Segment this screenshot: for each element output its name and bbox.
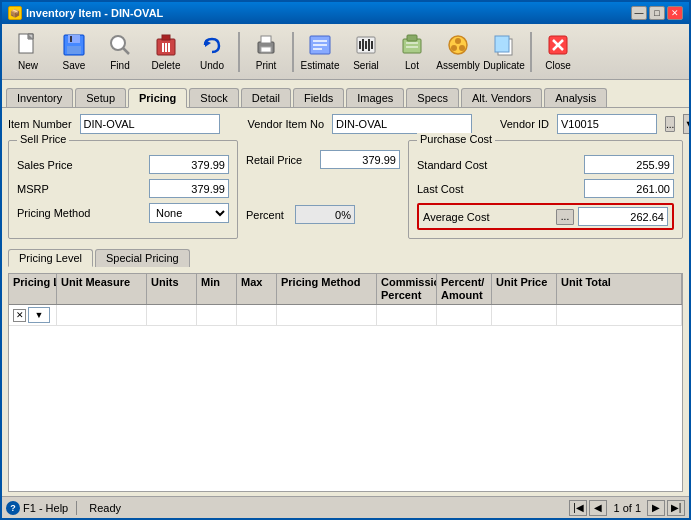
msrp-label: MSRP <box>17 183 87 195</box>
save-label: Save <box>63 60 86 71</box>
pricing-level-tab[interactable]: Pricing Level <box>8 249 93 267</box>
pricing-level-cell-controls: ✕ ▼ <box>13 307 50 323</box>
last-cost-label: Last Cost <box>417 183 487 195</box>
retail-price-label: Retail Price <box>246 154 316 166</box>
nav-first-button[interactable]: |◀ <box>569 500 587 516</box>
cell-max[interactable] <box>237 305 277 325</box>
save-button[interactable]: Save <box>52 28 96 76</box>
nav-prev-button[interactable]: ◀ <box>589 500 607 516</box>
vendor-id-lookup-button[interactable]: ... <box>665 116 675 132</box>
title-buttons: — □ ✕ <box>631 6 683 20</box>
item-number-input[interactable] <box>80 114 220 134</box>
status-bar: ? F1 - Help Ready |◀ ◀ 1 of 1 ▶ ▶| <box>2 496 689 518</box>
svg-rect-6 <box>70 36 72 42</box>
cell-pricing-method[interactable] <box>277 305 377 325</box>
status-divider <box>76 501 77 515</box>
nav-next-button[interactable]: ▶ <box>647 500 665 516</box>
svg-rect-16 <box>261 36 271 43</box>
find-button[interactable]: Find <box>98 28 142 76</box>
pricing-method-label: Pricing Method <box>17 207 90 219</box>
main-window: 📦 Inventory Item - DIN-OVAL — □ ✕ New Sa… <box>0 0 691 520</box>
header-unit-measure: Unit Measure <box>57 274 147 304</box>
main-content: Item Number Vendor Item No Vendor ID ...… <box>2 108 689 496</box>
help-area: ? F1 - Help <box>6 501 68 515</box>
cell-commission[interactable] <box>377 305 437 325</box>
toolbar-separator-2 <box>292 32 294 72</box>
tab-analysis[interactable]: Analysis <box>544 88 607 107</box>
standard-cost-input[interactable] <box>584 155 674 174</box>
tab-stock[interactable]: Stock <box>189 88 239 107</box>
header-units: Units <box>147 274 197 304</box>
maximize-button[interactable]: □ <box>649 6 665 20</box>
average-cost-label: Average Cost <box>423 211 489 223</box>
average-cost-row: Average Cost ... <box>417 203 674 230</box>
retail-price-row: Retail Price <box>246 150 400 169</box>
status-ready: Ready <box>85 502 561 514</box>
last-cost-input[interactable] <box>584 179 674 198</box>
grid-header: Pricing Level Unit Measure Units Min Max… <box>9 274 682 305</box>
tab-alt-vendors[interactable]: Alt. Vendors <box>461 88 542 107</box>
duplicate-button[interactable]: Duplicate <box>482 28 526 76</box>
print-button[interactable]: Print <box>244 28 288 76</box>
tab-images[interactable]: Images <box>346 88 404 107</box>
retail-price-input[interactable] <box>320 150 400 169</box>
msrp-input[interactable] <box>149 179 229 198</box>
lot-button[interactable]: Lot <box>390 28 434 76</box>
new-label: New <box>18 60 38 71</box>
assembly-icon <box>445 32 471 58</box>
close-label: Close <box>545 60 571 71</box>
cell-min[interactable] <box>197 305 237 325</box>
estimate-button[interactable]: Estimate <box>298 28 342 76</box>
tab-fields[interactable]: Fields <box>293 88 344 107</box>
vendor-id-label: Vendor ID <box>500 118 549 130</box>
cell-units[interactable] <box>147 305 197 325</box>
pricing-method-select[interactable]: None <box>149 203 229 223</box>
close-window-button[interactable]: ✕ <box>667 6 683 20</box>
pricing-level-checkbox[interactable]: ✕ <box>13 309 26 322</box>
help-label: F1 - Help <box>23 502 68 514</box>
delete-icon <box>153 32 179 58</box>
special-pricing-tab[interactable]: Special Pricing <box>95 249 190 267</box>
header-percent-amount: Percent/Amount <box>437 274 492 304</box>
sales-price-row: Sales Price <box>17 155 229 174</box>
header-unit-price: Unit Price <box>492 274 557 304</box>
delete-button[interactable]: Delete <box>144 28 188 76</box>
serial-label: Serial <box>353 60 379 71</box>
pricing-level-dropdown[interactable]: ▼ <box>28 307 50 323</box>
tab-pricing[interactable]: Pricing <box>128 88 187 108</box>
nav-last-button[interactable]: ▶| <box>667 500 685 516</box>
minimize-button[interactable]: — <box>631 6 647 20</box>
header-commission: CommissionPercent <box>377 274 437 304</box>
svg-point-34 <box>451 45 457 51</box>
save-icon <box>61 32 87 58</box>
purchase-cost-title: Purchase Cost <box>417 133 495 145</box>
vendor-id-dropdown-button[interactable]: ▼ <box>683 114 689 134</box>
sales-price-input[interactable] <box>149 155 229 174</box>
tab-inventory[interactable]: Inventory <box>6 88 73 107</box>
assembly-button[interactable]: Assembly <box>436 28 480 76</box>
page-of: of <box>623 502 635 514</box>
tab-specs[interactable]: Specs <box>406 88 459 107</box>
window-title: Inventory Item - DIN-OVAL <box>26 7 163 19</box>
toolbar: New Save Find Delete Undo <box>2 24 689 80</box>
undo-button[interactable]: Undo <box>190 28 234 76</box>
cell-unit-measure[interactable] <box>57 305 147 325</box>
cell-percent-amount[interactable] <box>437 305 492 325</box>
duplicate-label: Duplicate <box>483 60 525 71</box>
svg-rect-17 <box>261 47 271 52</box>
vendor-id-input[interactable] <box>557 114 657 134</box>
retail-section: Retail Price Percent <box>246 140 400 239</box>
vendor-item-no-input[interactable] <box>332 114 472 134</box>
cell-unit-total[interactable] <box>557 305 682 325</box>
serial-button[interactable]: Serial <box>344 28 388 76</box>
average-cost-lookup-button[interactable]: ... <box>556 209 574 225</box>
average-cost-input[interactable] <box>578 207 668 226</box>
page-info: 1 of 1 <box>609 502 645 514</box>
tab-setup[interactable]: Setup <box>75 88 126 107</box>
tab-detail[interactable]: Detail <box>241 88 291 107</box>
cell-unit-price[interactable] <box>492 305 557 325</box>
percent-input[interactable] <box>295 205 355 224</box>
new-button[interactable]: New <box>6 28 50 76</box>
close-button[interactable]: Close <box>536 28 580 76</box>
new-icon <box>15 32 41 58</box>
